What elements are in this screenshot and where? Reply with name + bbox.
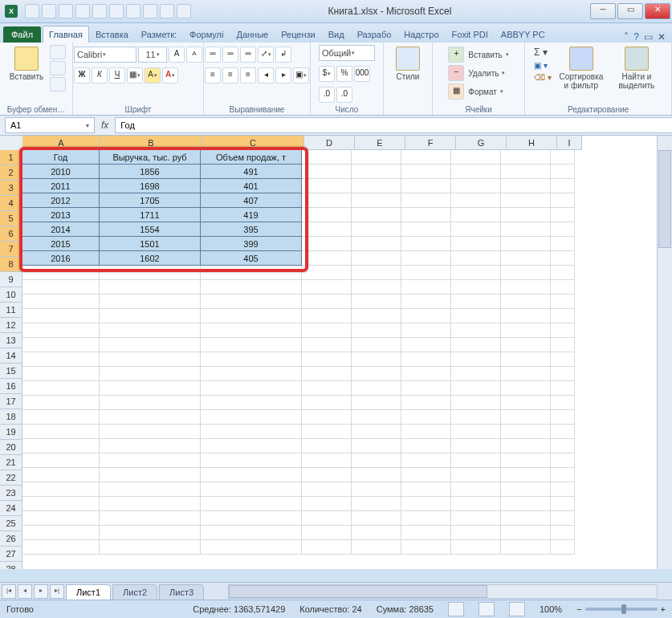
qat-button-8[interactable] [160,4,174,18]
font-name-select[interactable]: Calibri [74,47,136,63]
italic-button[interactable]: К [92,67,108,83]
column-header-B[interactable]: B [100,136,202,150]
row-header-2[interactable]: 2 [0,165,22,181]
cell-H19[interactable] [501,410,551,425]
cell-G2[interactable] [451,165,501,179]
cell-I20[interactable] [551,425,575,439]
cell-D27[interactable] [302,526,352,540]
fill-color-button[interactable]: A [145,67,161,83]
cell-C10[interactable] [201,280,302,295]
cell-C5[interactable]: 419 [201,208,302,222]
cell-B18[interactable] [100,396,201,410]
cell-H22[interactable] [501,453,551,468]
row-header-28[interactable]: 28 [0,562,22,569]
cell-A14[interactable] [22,338,100,352]
cell-D19[interactable] [302,410,352,425]
cell-B22[interactable] [100,453,201,468]
zoom-control[interactable]: − + [576,604,666,614]
maximize-button[interactable]: ▭ [617,3,643,19]
cell-C28[interactable] [201,540,302,555]
cell-B2[interactable]: 1856 [100,165,201,179]
cell-H11[interactable] [501,295,551,309]
cell-C7[interactable]: 399 [201,237,302,251]
sheet-tab-2[interactable]: Лист3 [159,584,204,600]
cell-H4[interactable] [501,193,551,208]
cell-E22[interactable] [352,453,401,468]
sheet-tab-0[interactable]: Лист1 [66,584,111,600]
page-layout-view-button[interactable] [479,602,495,616]
cell-D13[interactable] [302,323,352,338]
cell-A22[interactable] [22,453,100,468]
cell-F26[interactable] [401,511,451,526]
cell-B25[interactable] [100,497,201,511]
cell-E1[interactable] [352,150,401,165]
qat-button-3[interactable] [75,4,90,18]
cell-E4[interactable] [352,193,401,208]
cell-I16[interactable] [551,367,575,381]
grow-font-button[interactable]: A [169,47,185,63]
cell-A7[interactable]: 2015 [22,237,100,251]
cell-I25[interactable] [551,497,575,511]
cell-H5[interactable] [501,208,551,222]
column-header-E[interactable]: E [355,136,405,150]
cell-I24[interactable] [551,482,575,497]
border-button[interactable]: ▦ [127,67,143,83]
cell-G18[interactable] [451,396,501,410]
cell-B16[interactable] [100,367,201,381]
cell-H18[interactable] [501,396,551,410]
align-middle-button[interactable]: ═ [222,47,238,63]
cell-A25[interactable] [22,497,100,511]
currency-button[interactable]: $ [319,66,335,82]
cell-H6[interactable] [501,222,551,237]
cell-I1[interactable] [551,150,575,165]
cell-I8[interactable] [551,251,575,266]
cell-H16[interactable] [501,367,551,381]
cell-A23[interactable] [22,468,100,482]
cell-B20[interactable] [100,425,201,439]
cell-H9[interactable] [501,266,551,280]
cell-H25[interactable] [501,497,551,511]
cell-B9[interactable] [100,266,201,280]
cell-A9[interactable] [22,266,100,280]
cell-H20[interactable] [501,425,551,439]
cell-I18[interactable] [551,396,575,410]
qat-button-4[interactable] [92,4,107,18]
cell-D6[interactable] [302,222,352,237]
help-icon[interactable]: ? [633,31,639,43]
cell-D2[interactable] [302,165,352,179]
qat-button-5[interactable] [109,4,124,18]
cell-C25[interactable] [201,497,302,511]
row-header-23[interactable]: 23 [0,486,22,501]
ribbon-tab-0[interactable]: Главная [43,26,89,43]
cell-E17[interactable] [352,381,401,396]
qat-button-0[interactable] [25,4,39,18]
column-header-H[interactable]: H [507,136,557,150]
cell-G9[interactable] [451,266,501,280]
cell-C26[interactable] [201,511,302,526]
font-size-select[interactable]: 11 [138,47,167,63]
sheet-nav-next[interactable]: ▸ [34,584,48,599]
cell-C13[interactable] [201,323,302,338]
cell-A21[interactable] [22,439,100,453]
zoom-slider[interactable] [585,608,658,611]
cell-C6[interactable]: 395 [201,222,302,237]
insert-cells-button[interactable]: +Вставить▾ [448,47,508,63]
qat-button-9[interactable] [177,4,191,18]
cell-I12[interactable] [551,309,575,323]
row-header-21[interactable]: 21 [0,455,22,470]
column-header-F[interactable]: F [405,136,456,150]
cell-G19[interactable] [451,410,501,425]
cell-I10[interactable] [551,280,575,295]
cell-E11[interactable] [352,295,401,309]
cell-B15[interactable] [100,352,201,367]
cell-F8[interactable] [401,251,451,266]
cell-G5[interactable] [451,208,501,222]
cell-H13[interactable] [501,323,551,338]
qat-button-6[interactable] [126,4,141,18]
cell-D11[interactable] [302,295,352,309]
cell-H7[interactable] [501,237,551,251]
cell-H24[interactable] [501,482,551,497]
cell-D28[interactable] [302,540,352,555]
cell-C2[interactable]: 491 [201,165,302,179]
cell-A17[interactable] [22,381,100,396]
